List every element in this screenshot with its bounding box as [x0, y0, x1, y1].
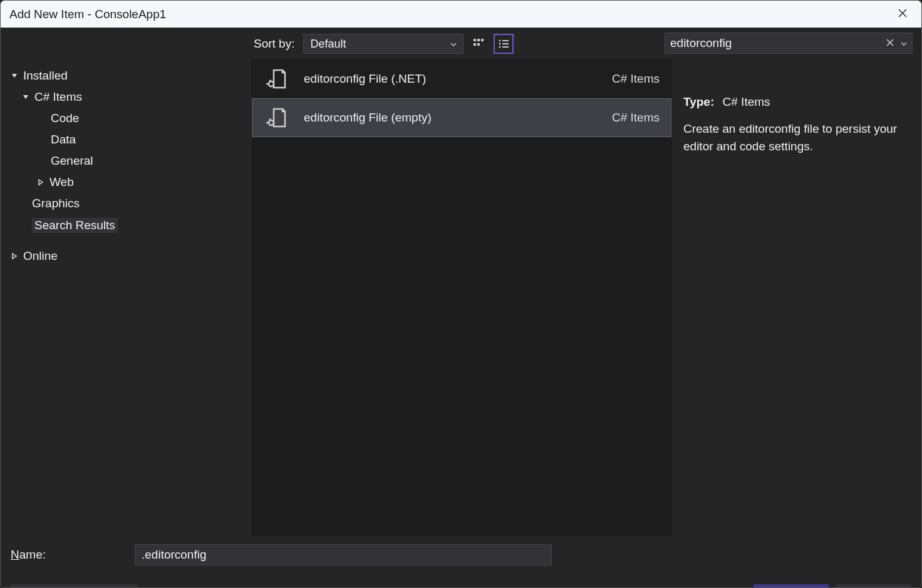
arrow-down-icon	[9, 71, 19, 81]
titlebar: Add New Item - ConsoleApp1	[1, 1, 921, 28]
clear-search-icon[interactable]	[882, 37, 898, 50]
tree-label: General	[51, 154, 93, 168]
config-file-icon	[260, 105, 293, 130]
name-label: Name:	[11, 548, 135, 562]
tree-label: Web	[49, 175, 74, 189]
tree-label: Online	[23, 249, 58, 263]
tree-label: Search Results	[32, 218, 118, 233]
svg-point-12	[269, 120, 274, 125]
close-icon[interactable]	[893, 4, 913, 24]
svg-rect-3	[474, 43, 476, 46]
bottom-row: Show Compact View Add Cancel	[1, 574, 921, 588]
tree-data[interactable]: Data	[1, 129, 250, 150]
item-category: C# Items	[612, 72, 660, 86]
svg-rect-0	[474, 39, 476, 41]
svg-point-11	[269, 81, 274, 86]
tree-graphics[interactable]: Graphics	[1, 193, 250, 214]
svg-point-5	[499, 40, 501, 42]
arrow-right-icon	[36, 177, 46, 187]
item-category: C# Items	[612, 111, 660, 125]
chevron-down-icon	[450, 38, 457, 51]
type-label: Type:	[683, 95, 714, 108]
tree-label: Graphics	[32, 197, 80, 210]
view-list-button[interactable]	[494, 34, 514, 54]
search-dropdown-icon[interactable]	[898, 36, 907, 50]
search-box[interactable]	[665, 33, 913, 54]
sidebar: Installed C# Items Code Data General Web…	[1, 59, 250, 536]
arrow-right-icon	[9, 251, 19, 261]
window-title: Add New Item - ConsoleApp1	[9, 8, 166, 21]
tree-label: Installed	[23, 69, 68, 83]
svg-rect-6	[502, 40, 509, 41]
item-name: editorconfig File (.NET)	[293, 72, 612, 86]
svg-point-7	[499, 43, 501, 45]
svg-rect-2	[481, 39, 484, 41]
center-panel: editorconfig File (.NET) C# Items editor…	[250, 59, 673, 536]
config-file-icon	[260, 66, 293, 91]
details-panel: Type: C# Items Create an editorconfig fi…	[673, 59, 921, 536]
tree-general[interactable]: General	[1, 150, 250, 172]
sort-value: Default	[310, 38, 346, 51]
top-row: Sort by: Default	[1, 28, 921, 59]
tree-web[interactable]: Web	[1, 172, 250, 193]
svg-point-9	[499, 46, 501, 48]
toolbar: Sort by: Default	[250, 28, 665, 59]
tree-label: Data	[51, 133, 76, 147]
details-type-row: Type: C# Items	[683, 95, 911, 109]
arrow-down-icon	[21, 92, 31, 102]
svg-rect-8	[502, 43, 509, 44]
type-value: C# Items	[723, 95, 770, 108]
tree-installed[interactable]: Installed	[1, 65, 250, 86]
item-name: editorconfig File (empty)	[293, 111, 612, 125]
svg-rect-1	[477, 39, 480, 41]
details-description: Create an editorconfig file to persist y…	[683, 120, 911, 155]
tree-search-results[interactable]: Search Results	[1, 214, 250, 237]
svg-rect-10	[502, 46, 509, 48]
add-button[interactable]: Add	[754, 584, 829, 588]
tree-label: C# Items	[34, 90, 82, 104]
tree-label: Code	[51, 111, 79, 125]
sort-select[interactable]: Default	[303, 34, 464, 54]
search-input[interactable]	[670, 36, 882, 50]
view-grid-button[interactable]	[469, 34, 489, 54]
list-item[interactable]: editorconfig File (.NET) C# Items	[252, 59, 671, 98]
tree-code[interactable]: Code	[1, 108, 250, 129]
cancel-button[interactable]: Cancel	[836, 584, 911, 588]
tree-csharp-items[interactable]: C# Items	[1, 86, 250, 108]
svg-rect-4	[477, 43, 480, 46]
list-item[interactable]: editorconfig File (empty) C# Items	[252, 98, 671, 137]
template-list: editorconfig File (.NET) C# Items editor…	[251, 59, 672, 536]
show-compact-view-button[interactable]: Show Compact View	[11, 584, 138, 588]
name-row: Name:	[1, 536, 921, 574]
tree-online[interactable]: Online	[1, 245, 250, 267]
name-input[interactable]	[135, 544, 552, 565]
sort-by-label: Sort by:	[254, 37, 294, 51]
